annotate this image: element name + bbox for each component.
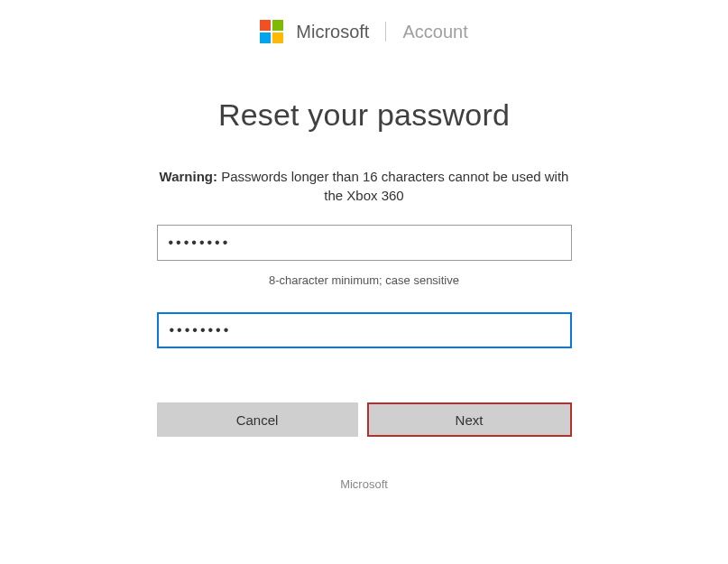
header: Microsoft Account (0, 0, 728, 43)
cancel-button[interactable]: Cancel (157, 402, 358, 437)
new-password-input[interactable] (157, 225, 572, 261)
microsoft-logo-icon (260, 20, 283, 43)
footer-text: Microsoft (157, 477, 572, 491)
warning-label: Warning: (160, 169, 217, 184)
content-area: Reset your password Warning: Passwords l… (157, 43, 572, 491)
warning-text: Warning: Passwords longer than 16 charac… (157, 167, 572, 205)
page-title: Reset your password (157, 97, 572, 133)
header-divider (385, 22, 386, 42)
next-button[interactable]: Next (367, 402, 572, 437)
warning-body: Passwords longer than 16 characters cann… (221, 169, 568, 203)
brand-text: Microsoft (296, 22, 369, 42)
confirm-password-input[interactable] (157, 312, 572, 348)
section-text: Account (402, 22, 467, 42)
button-row: Cancel Next (157, 402, 572, 437)
password-hint: 8-character minimum; case sensitive (157, 273, 572, 287)
